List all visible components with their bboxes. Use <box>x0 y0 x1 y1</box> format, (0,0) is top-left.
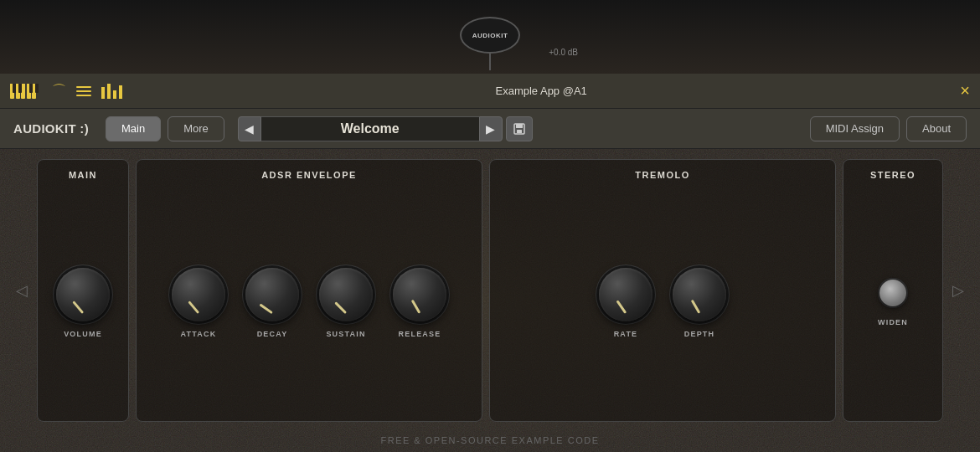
volume-knob[interactable] <box>56 268 110 321</box>
close-button[interactable]: × <box>960 81 970 100</box>
logo-container: AUDIOKIT <box>460 17 520 70</box>
rate-knob-indicator <box>616 300 627 313</box>
top-area: AUDIOKIT +0.0 dB <box>0 0 980 74</box>
attack-knob-indicator <box>188 300 199 314</box>
sustain-knob-indicator <box>334 301 347 314</box>
depth-knob[interactable] <box>673 268 726 321</box>
decay-knob-indicator <box>259 303 272 314</box>
app-title: AUDIOKIT :) <box>13 121 89 136</box>
main-button[interactable]: Main <box>106 116 161 141</box>
release-knob-indicator <box>411 300 421 314</box>
toolbar: AUDIOKIT :) Main More ◀ Welcome ▶ MIDI A… <box>0 109 980 149</box>
sustain-knob[interactable] <box>319 268 373 321</box>
attack-knob[interactable] <box>172 268 225 321</box>
prev-preset-button[interactable]: ◀ <box>238 116 261 141</box>
header-icons: ⌒ <box>10 84 122 99</box>
plugin-header: ⌒ Example App @A1 × <box>0 74 980 109</box>
save-preset-button[interactable] <box>506 116 533 141</box>
bars-icon[interactable] <box>101 84 122 99</box>
header-title: Example App @A1 <box>122 85 960 97</box>
next-preset-button[interactable]: ▶ <box>479 116 503 141</box>
routing-icon[interactable]: ⌒ <box>52 84 66 98</box>
about-button[interactable]: About <box>906 116 967 141</box>
more-button[interactable]: More <box>168 116 224 141</box>
preset-nav: ◀ Welcome ▶ <box>238 116 803 141</box>
audiokit-logo: AUDIOKIT <box>460 17 520 54</box>
save-icon <box>513 123 525 135</box>
db-label: +0.0 dB <box>549 48 578 57</box>
decay-knob[interactable] <box>245 268 299 321</box>
svg-rect-2 <box>517 130 522 133</box>
release-knob[interactable] <box>393 268 446 321</box>
main-content: ◁ MAIN VOLUME ADSR ENVELOPE <box>0 149 980 452</box>
preset-name-label: Welcome <box>261 116 479 141</box>
depth-knob-indicator <box>691 300 701 314</box>
svg-rect-1 <box>516 124 523 128</box>
toolbar-right: MIDI Assign About <box>810 116 967 141</box>
volume-knob-indicator <box>72 300 84 314</box>
list-icon[interactable] <box>76 86 91 96</box>
rate-knob[interactable] <box>599 268 652 321</box>
piano-icon[interactable] <box>10 84 42 99</box>
logo-stem <box>489 54 491 70</box>
midi-assign-button[interactable]: MIDI Assign <box>810 116 900 141</box>
